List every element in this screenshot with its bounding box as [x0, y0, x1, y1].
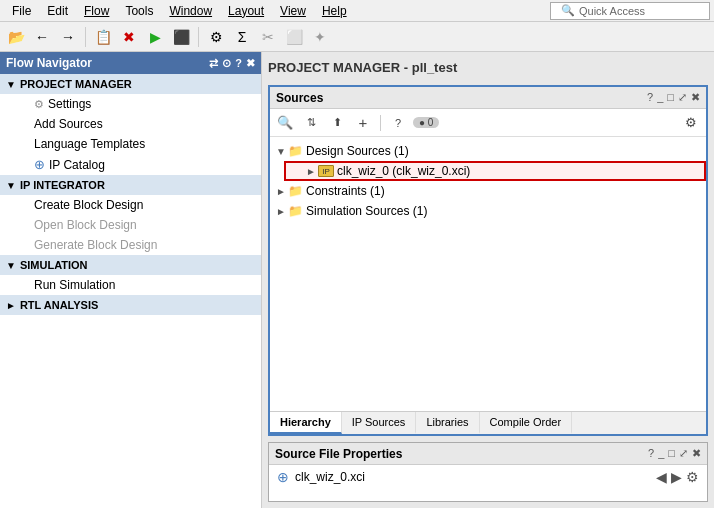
nav-generate-block-design: Generate Block Design: [14, 235, 261, 255]
sources-add-btn[interactable]: +: [352, 113, 374, 133]
clk-wiz-expander[interactable]: ►: [304, 166, 318, 177]
toolbar-open-btn[interactable]: 📂: [4, 25, 28, 49]
sfp-title-bar: Source File Properties ? _ □ ⤢ ✖: [269, 443, 707, 465]
menu-file[interactable]: File: [4, 2, 39, 20]
settings-label: Settings: [48, 97, 91, 111]
sources-tree: ▼ 📁 Design Sources (1) ► IP clk_wiz_0 (c…: [270, 137, 706, 411]
sfp-prev-btn[interactable]: ◀: [656, 469, 667, 485]
design-sources-folder-icon: 📁: [288, 144, 303, 158]
section-project-manager[interactable]: ▼ PROJECT MANAGER: [0, 74, 261, 94]
ip-section-label: IP INTEGRATOR: [20, 179, 105, 191]
toolbar-copy-btn[interactable]: 📋: [91, 25, 115, 49]
flow-navigator: Flow Navigator ⇄ ⊙ ? ✖ ▼ PROJECT MANAGER…: [0, 52, 262, 508]
ip-expand-arrow: ▼: [6, 180, 16, 191]
sfp-content: ⊕ clk_wiz_0.xci ◀ ▶ ⚙: [269, 465, 707, 489]
sources-minimize-btn[interactable]: _: [657, 91, 663, 104]
menu-view[interactable]: View: [272, 2, 314, 20]
sources-sort-btn[interactable]: ⇅: [300, 113, 322, 133]
sfp-gear-btn[interactable]: ⚙: [686, 469, 699, 485]
sfp-restore-btn[interactable]: □: [668, 447, 675, 460]
toolbar-back-btn[interactable]: ←: [30, 25, 54, 49]
toolbar-run-btn[interactable]: ▶: [143, 25, 167, 49]
navigator-content: ▼ PROJECT MANAGER ⚙ Settings Add Sources…: [0, 74, 261, 508]
toolbar-settings-btn[interactable]: ⚙: [204, 25, 228, 49]
nav-create-block-design[interactable]: Create Block Design: [14, 195, 261, 215]
sources-filter-btn[interactable]: ⬆: [326, 113, 348, 133]
sfp-next-btn[interactable]: ▶: [671, 469, 682, 485]
toolbar-star-btn[interactable]: ✦: [308, 25, 332, 49]
section-ip-integrator[interactable]: ▼ IP INTEGRATOR: [0, 175, 261, 195]
sim-items: Run Simulation: [0, 275, 261, 295]
menu-help[interactable]: Help: [314, 2, 355, 20]
menu-edit[interactable]: Edit: [39, 2, 76, 20]
main-layout: Flow Navigator ⇄ ⊙ ? ✖ ▼ PROJECT MANAGER…: [0, 52, 714, 508]
quick-access-box[interactable]: 🔍 Quick Access: [550, 2, 710, 20]
nav-icon-pin[interactable]: ⊙: [222, 57, 231, 70]
simulation-sources-row[interactable]: ► 📁 Simulation Sources (1): [270, 201, 706, 221]
tab-compile-order[interactable]: Compile Order: [480, 412, 573, 434]
sim-sources-folder-icon: 📁: [288, 204, 303, 218]
toolbar-cut-btn[interactable]: ✂: [256, 25, 280, 49]
sfp-navigation-arrows: ◀ ▶ ⚙: [656, 469, 699, 485]
toolbar-forward-btn[interactable]: →: [56, 25, 80, 49]
right-content: PROJECT MANAGER - pll_test Sources ? _ □…: [262, 52, 714, 508]
nav-ip-catalog[interactable]: ⊕ IP Catalog: [14, 154, 261, 175]
section-simulation[interactable]: ▼ SIMULATION: [0, 255, 261, 275]
toolbar: 📂 ← → 📋 ✖ ▶ ⬛ ⚙ Σ ✂ ⬜ ✦: [0, 22, 714, 52]
sources-tabs: Hierarchy IP Sources Libraries Compile O…: [270, 411, 706, 434]
ip-catalog-icon: ⊕: [34, 157, 45, 172]
menu-layout[interactable]: Layout: [220, 2, 272, 20]
tab-hierarchy[interactable]: Hierarchy: [270, 412, 342, 434]
sources-gear-btn[interactable]: ⚙: [680, 113, 702, 133]
sfp-close-btn[interactable]: ✖: [692, 447, 701, 460]
nav-add-sources[interactable]: Add Sources: [14, 114, 261, 134]
menu-flow[interactable]: Flow: [76, 2, 117, 20]
nav-icon-question[interactable]: ?: [235, 57, 242, 70]
navigator-header: Flow Navigator ⇄ ⊙ ? ✖: [0, 52, 261, 74]
navigator-header-icons: ⇄ ⊙ ? ✖: [209, 57, 255, 70]
sfp-minimize-btn[interactable]: _: [658, 447, 664, 460]
design-sources-group: ▼ 📁 Design Sources (1) ► IP clk_wiz_0 (c…: [270, 141, 706, 181]
menu-tools[interactable]: Tools: [117, 2, 161, 20]
sfp-panel: Source File Properties ? _ □ ⤢ ✖ ⊕ clk_w…: [268, 442, 708, 502]
tab-ip-sources[interactable]: IP Sources: [342, 412, 417, 434]
menu-window[interactable]: Window: [161, 2, 220, 20]
sim-section-label: SIMULATION: [20, 259, 88, 271]
sources-maximize-btn[interactable]: ⤢: [678, 91, 687, 104]
nav-open-block-design: Open Block Design: [14, 215, 261, 235]
toolbar-sigma-btn[interactable]: Σ: [230, 25, 254, 49]
sources-panel-title: Sources: [276, 91, 323, 105]
nav-settings[interactable]: ⚙ Settings: [14, 94, 261, 114]
sfp-maximize-btn[interactable]: ⤢: [679, 447, 688, 460]
section-rtl-analysis[interactable]: ► RTL ANALYSIS: [0, 295, 261, 315]
design-sources-row[interactable]: ▼ 📁 Design Sources (1): [270, 141, 706, 161]
sources-close-btn[interactable]: ✖: [691, 91, 700, 104]
sources-help-btn[interactable]: ?: [647, 91, 653, 104]
pm-label: PROJECT MANAGER - pll_test: [268, 58, 708, 79]
ip-catalog-label: IP Catalog: [49, 158, 105, 172]
nav-icon-close[interactable]: ✖: [246, 57, 255, 70]
sfp-file-icon: ⊕: [277, 469, 289, 485]
menu-bar: File Edit Flow Tools Window Layout View …: [0, 0, 714, 22]
clk-wiz-row[interactable]: ► IP clk_wiz_0 (clk_wiz_0.xci): [284, 161, 706, 181]
settings-gear-icon: ⚙: [34, 98, 44, 111]
design-sources-expander[interactable]: ▼: [274, 146, 288, 157]
pm-items: ⚙ Settings Add Sources Language Template…: [0, 94, 261, 175]
constraints-row[interactable]: ► 📁 Constraints (1): [270, 181, 706, 201]
nav-icon-arrows[interactable]: ⇄: [209, 57, 218, 70]
sim-sources-expander[interactable]: ►: [274, 206, 288, 217]
sources-restore-btn[interactable]: □: [667, 91, 674, 104]
rtl-section-label: RTL ANALYSIS: [20, 299, 98, 311]
quick-access-label: Quick Access: [579, 5, 645, 17]
tab-libraries[interactable]: Libraries: [416, 412, 479, 434]
sources-search-btn[interactable]: 🔍: [274, 113, 296, 133]
nav-language-templates[interactable]: Language Templates: [14, 134, 261, 154]
sim-expand-arrow: ▼: [6, 260, 16, 271]
toolbar-box-btn[interactable]: ⬜: [282, 25, 306, 49]
constraints-expander[interactable]: ►: [274, 186, 288, 197]
sources-info-btn[interactable]: ?: [387, 113, 409, 133]
sfp-help-btn[interactable]: ?: [648, 447, 654, 460]
toolbar-cancel-btn[interactable]: ✖: [117, 25, 141, 49]
nav-run-simulation[interactable]: Run Simulation: [14, 275, 261, 295]
toolbar-stop-btn[interactable]: ⬛: [169, 25, 193, 49]
